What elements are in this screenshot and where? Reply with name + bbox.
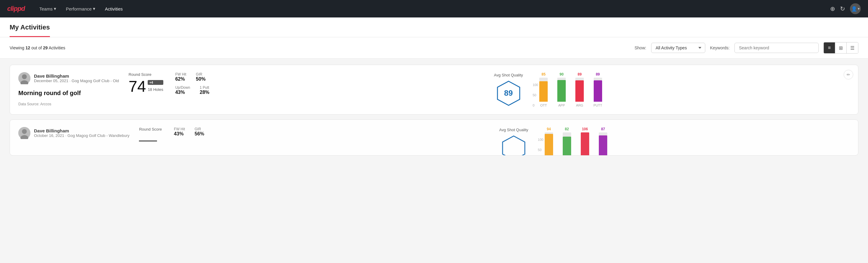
fw-hit-label: FW Hit xyxy=(174,127,185,131)
view-toggle: ≡ ⊞ ☰ xyxy=(824,42,858,54)
viewing-text: Viewing 12 out of 29 Activities xyxy=(10,46,630,50)
page-title: My Activities xyxy=(10,24,50,37)
shot-quality-section: Avg Shot Quality 89 100 50 0 85 xyxy=(494,72,850,107)
gir-stat: GIR 50% xyxy=(196,72,206,82)
show-label: Show: xyxy=(634,46,646,50)
bar-putt-value: 87 xyxy=(601,127,605,131)
bar-arg-value: 106 xyxy=(582,127,588,131)
user-name: Dave Billingham xyxy=(34,128,129,133)
card-stats: Round Score 74 +4 18 Holes FW Hit 62% xyxy=(129,72,485,95)
score-number: 74 xyxy=(129,79,146,94)
bar-arg: 89 ARG xyxy=(576,72,584,107)
bar-ott-label: OTT xyxy=(540,104,547,107)
shot-quality-value: 89 xyxy=(504,88,513,98)
add-icon[interactable]: ⊕ xyxy=(830,5,835,12)
bar-ott: 85 OTT xyxy=(539,72,548,107)
card-info: Dave Billingham October 16, 2021 · Gog M… xyxy=(18,127,129,140)
mini-stats: FW Hit 62% GIR 50% Up/Down 43% 1 Putt xyxy=(175,72,209,95)
user-row: Dave Billingham December 05, 2021 · Gog … xyxy=(18,72,119,84)
user-avatar[interactable]: 👤 ▾ xyxy=(850,3,861,14)
compact-view-button[interactable]: ☰ xyxy=(847,42,858,53)
fw-hit-label: FW Hit xyxy=(175,72,186,77)
fw-hit-value: 62% xyxy=(175,77,186,82)
bar-putt-fill xyxy=(594,80,602,102)
bar-arg: 106 ARG xyxy=(581,127,589,155)
viewing-total: 29 xyxy=(43,46,48,50)
bar-ott-track xyxy=(545,133,553,155)
data-source: Data Source: Arccos xyxy=(18,102,119,106)
nav-teams[interactable]: Teams ▾ xyxy=(39,6,56,11)
avatar xyxy=(18,127,30,139)
bar-arg-value: 89 xyxy=(578,72,582,77)
one-putt-label: 1 Putt xyxy=(200,85,209,90)
gir-label: GIR xyxy=(196,72,206,77)
viewing-count: 12 xyxy=(26,46,30,50)
edit-button[interactable]: ✏ xyxy=(844,70,853,80)
compact-icon: ☰ xyxy=(850,45,855,51)
bar-ott-value: 85 xyxy=(542,72,546,77)
avatar-chevron: ▾ xyxy=(858,7,860,11)
card-info: Dave Billingham December 05, 2021 · Gog … xyxy=(18,72,119,106)
shot-quality-label: Avg Shot Quality xyxy=(494,73,523,77)
grid-view-button[interactable]: ⊞ xyxy=(835,42,847,53)
keywords-label: Keywords: xyxy=(710,46,730,50)
shot-quality-chart: 100 50 0 85 OTT 90 xyxy=(533,72,602,107)
activities-list: ✏ Dave Billingham December 05, 2021 · Go… xyxy=(0,59,868,162)
bar-app-fill xyxy=(557,80,566,102)
chevron-down-icon: ▾ xyxy=(54,6,56,11)
bar-arg-label: ARG xyxy=(576,104,583,107)
bar-putt-value: 89 xyxy=(596,72,600,77)
chevron-down-icon: ▾ xyxy=(93,6,95,11)
card-stats: Round Score FW Hit 43% GIR 56% xyxy=(139,127,489,141)
bar-putt: 87 PUTT xyxy=(599,127,608,155)
nav-activities[interactable]: Activities xyxy=(105,6,123,11)
bar-ott-fill xyxy=(539,81,548,102)
activity-type-select[interactable]: All Activity Types Rounds Practice xyxy=(651,43,705,53)
nav-performance[interactable]: Performance ▾ xyxy=(66,6,95,11)
user-name: Dave Billingham xyxy=(34,74,119,79)
gir-value: 50% xyxy=(196,77,206,82)
activity-title: Morning round of golf xyxy=(18,90,119,96)
search-input[interactable] xyxy=(735,43,819,53)
bar-app-track xyxy=(557,78,566,102)
one-putt-stat: 1 Putt 28% xyxy=(200,85,209,95)
svg-point-5 xyxy=(22,129,27,134)
activity-card: ✏ Dave Billingham December 05, 2021 · Go… xyxy=(10,65,858,115)
svg-marker-7 xyxy=(503,136,525,156)
page-header: My Activities xyxy=(0,18,868,37)
bar-ott-track xyxy=(539,78,548,102)
bar-arg-track xyxy=(581,133,589,155)
shot-quality-hexagon: 89 xyxy=(495,80,522,107)
user-date: December 05, 2021 · Gog Magog Golf Club … xyxy=(34,79,119,83)
refresh-icon[interactable]: ↻ xyxy=(840,5,845,12)
nav-right: ⊕ ↻ 👤 ▾ xyxy=(830,3,861,14)
round-score-label: Round Score xyxy=(129,72,163,77)
gir-label: GIR xyxy=(195,127,204,131)
bar-app-track xyxy=(563,133,571,155)
avatar xyxy=(18,72,30,84)
holes-label: 18 Holes xyxy=(148,87,163,92)
list-view-button[interactable]: ≡ xyxy=(824,42,835,53)
user-date: October 16, 2021 · Gog Magog Golf Club -… xyxy=(34,133,129,138)
hexagon-wrap: Avg Shot Quality 89 xyxy=(494,73,523,107)
user-row: Dave Billingham October 16, 2021 · Gog M… xyxy=(18,127,129,139)
app-logo[interactable]: clippd xyxy=(7,5,25,12)
gir-stat: GIR 56% xyxy=(195,127,204,137)
grid-icon: ⊞ xyxy=(839,45,843,51)
y-axis: 100 50 0 xyxy=(533,83,538,107)
bar-putt: 89 PUTT xyxy=(593,72,602,107)
list-icon: ≡ xyxy=(828,45,831,51)
bar-ott: 94 OTT xyxy=(545,127,553,155)
shot-quality-label: Avg Shot Quality xyxy=(499,127,528,132)
bar-app-value: 90 xyxy=(560,72,564,77)
bar-app: 82 APP xyxy=(563,127,571,155)
bar-chart: 85 OTT 90 APP 89 xyxy=(539,72,602,107)
hexagon-wrap: Avg Shot Quality xyxy=(499,127,528,156)
bar-arg-fill xyxy=(576,80,584,102)
round-score-value: 74 +4 18 Holes xyxy=(129,79,163,94)
score-placeholder xyxy=(139,141,157,141)
bar-chart: 94 OTT 82 APP 106 xyxy=(545,127,608,155)
one-putt-value: 28% xyxy=(200,90,209,95)
toolbar: Viewing 12 out of 29 Activities Show: Al… xyxy=(0,37,868,59)
svg-point-1 xyxy=(22,74,27,79)
